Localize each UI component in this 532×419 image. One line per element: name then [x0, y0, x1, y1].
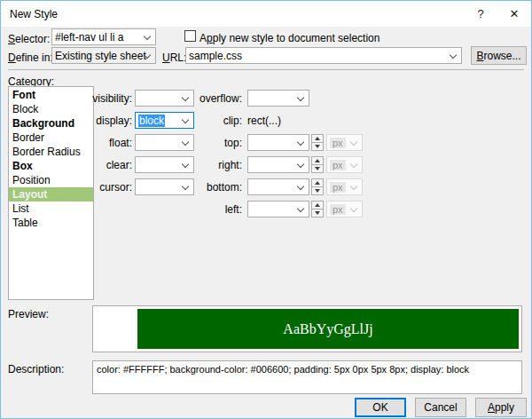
top-combobox[interactable] — [247, 134, 309, 151]
new-style-dialog: New Style ? ✕ Selector: #left-nav ul li … — [0, 0, 532, 419]
right-label: right: — [178, 159, 242, 171]
spin-down-icon[interactable] — [311, 142, 324, 151]
description-box: color: #FFFFFF; background-color: #00660… — [92, 360, 522, 394]
bottom-combobox[interactable] — [247, 178, 309, 195]
apply-style-checkbox[interactable] — [184, 30, 196, 42]
url-value: sample.css — [189, 50, 242, 62]
chevron-down-icon — [350, 161, 357, 168]
top-spinner[interactable] — [311, 134, 324, 151]
dialog-title: New Style — [1, 8, 58, 20]
right-combobox[interactable] — [247, 156, 309, 173]
right-spinner[interactable] — [311, 156, 324, 173]
help-icon[interactable]: ? — [464, 1, 497, 27]
top-unit-combobox: px — [326, 134, 363, 151]
titlebar-buttons: ? ✕ — [464, 1, 531, 27]
top-unit-value: px — [330, 138, 346, 148]
overflow-label: overflow: — [178, 92, 242, 105]
preview-label: Preview: — [8, 308, 49, 320]
clip-label: clip: — [178, 115, 242, 127]
separator — [8, 69, 524, 70]
selector-label: Selector: — [8, 33, 50, 45]
chevron-down-icon — [350, 138, 357, 146]
url-combobox[interactable]: sample.css — [185, 47, 462, 64]
close-icon[interactable]: ✕ — [497, 1, 531, 27]
define-in-combobox[interactable]: Existing style sheet — [51, 47, 156, 64]
right-unit-value: px — [330, 160, 346, 170]
ok-button[interactable]: OK — [355, 398, 406, 417]
apply-button[interactable]: Apply — [475, 398, 527, 417]
bottom-unit-combobox: px — [326, 178, 363, 195]
description-text: color: #FFFFFF; background-color: #00660… — [97, 364, 518, 376]
left-spinner[interactable] — [311, 201, 324, 217]
chevron-down-icon — [350, 183, 357, 190]
left-combobox[interactable] — [247, 201, 309, 217]
selector-combobox[interactable]: #left-nav ul li a — [51, 28, 156, 45]
preview-sample-text: AaBbYyGgLlJj — [283, 321, 372, 337]
preview-box: AaBbYyGgLlJj — [92, 305, 522, 352]
float-label: float: — [54, 137, 132, 149]
define-in-value: Existing style sheet — [55, 50, 146, 62]
display-value: block — [138, 115, 165, 127]
chevron-down-icon — [144, 33, 151, 40]
display-label: display: — [54, 115, 132, 127]
cancel-button[interactable]: Cancel — [415, 398, 466, 417]
overflow-combobox[interactable] — [247, 90, 309, 107]
top-label: top: — [178, 137, 242, 149]
chevron-down-icon — [350, 205, 357, 212]
bottom-label: bottom: — [178, 181, 242, 194]
apply-style-checkbox-label: Apply new style to document selection — [200, 32, 379, 44]
clip-value: rect(...) — [247, 115, 281, 127]
category-item-table[interactable]: Table — [9, 216, 93, 230]
title-bar: New Style ? ✕ — [1, 1, 531, 27]
bottom-unit-value: px — [330, 182, 346, 193]
define-in-label: Define in: — [8, 51, 53, 64]
spin-down-icon[interactable] — [311, 209, 324, 217]
chevron-down-icon — [297, 183, 304, 190]
chevron-down-icon — [297, 138, 304, 146]
chevron-down-icon — [297, 161, 304, 168]
selector-value: #left-nav ul li a — [55, 31, 123, 43]
description-label: Description: — [8, 363, 64, 376]
preview-style-sample: AaBbYyGgLlJj — [137, 309, 519, 349]
browse-button[interactable]: Browse... — [471, 46, 527, 65]
visibility-label: visibility: — [54, 92, 132, 105]
spin-down-icon[interactable] — [311, 164, 324, 173]
bottom-spinner[interactable] — [311, 178, 324, 195]
chevron-down-icon — [297, 205, 304, 212]
category-item-list[interactable]: List — [9, 202, 93, 216]
right-unit-combobox: px — [326, 156, 363, 173]
left-label: left: — [178, 203, 242, 216]
cursor-label: cursor: — [54, 181, 132, 194]
left-unit-value: px — [330, 204, 346, 215]
clear-label: clear: — [54, 159, 132, 171]
chevron-down-icon — [450, 51, 457, 59]
chevron-down-icon — [297, 94, 304, 101]
spin-down-icon[interactable] — [311, 186, 324, 195]
left-unit-combobox: px — [326, 201, 363, 217]
url-label: URL: — [162, 51, 186, 64]
